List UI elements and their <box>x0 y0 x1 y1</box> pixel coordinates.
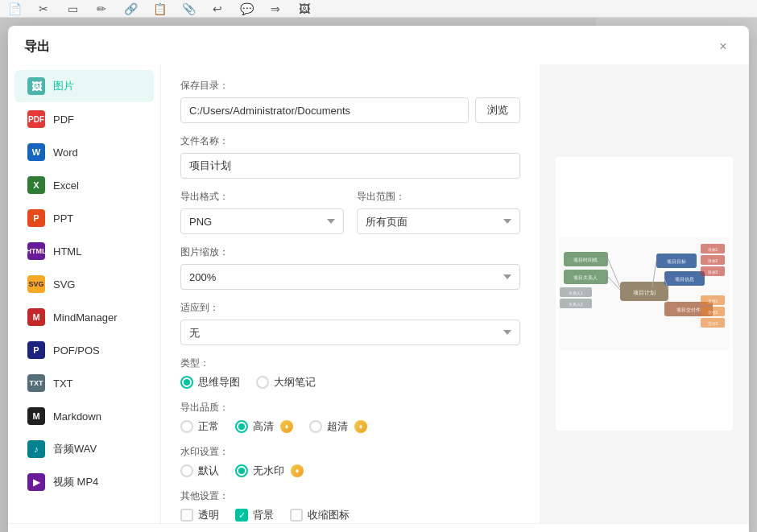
quality-hd-vip-badge: ♦ <box>280 420 293 433</box>
watermark-none-option[interactable]: 无水印 ♦ <box>235 464 304 478</box>
other-label: 其他设置： <box>180 489 520 503</box>
quality-hd-option[interactable]: 高清 ♦ <box>235 419 293 434</box>
sidebar-item-markdown[interactable]: M Markdown <box>14 400 154 432</box>
format-select[interactable]: PNG JPG BMP GIF <box>180 208 344 234</box>
save-dir-row: 保存目录： 浏览 <box>180 79 520 123</box>
sidebar-item-pof[interactable]: P POF/POS <box>14 334 154 366</box>
watermark-default-radio[interactable] <box>180 464 193 477</box>
toolbar-icon-4[interactable]: ✏ <box>93 1 110 17</box>
sidebar-item-audio[interactable]: ♪ 音频WAV <box>14 433 154 465</box>
type-radio-group: 思维导图 大纲笔记 <box>180 375 520 390</box>
type-mindmap-option[interactable]: 思维导图 <box>180 375 240 390</box>
toolbar-icon-8[interactable]: ↩ <box>209 1 225 17</box>
svg-text:关系人1: 关系人1 <box>569 291 583 295</box>
sidebar-item-image[interactable]: 🖼 图片 <box>14 70 154 102</box>
sidebar-item-video[interactable]: ▶ 视频 MP4 <box>14 466 154 498</box>
watermark-none-label: 无水印 <box>253 464 284 478</box>
other-shrink-checkbox[interactable] <box>290 509 303 522</box>
svg-text:项目目标: 项目目标 <box>667 259 686 264</box>
type-mindmap-radio[interactable] <box>180 376 193 389</box>
toolbar-icon-6[interactable]: 📋 <box>151 1 168 17</box>
other-background-checkbox[interactable] <box>235 509 248 522</box>
sidebar-item-word[interactable]: W Word <box>14 136 154 168</box>
sidebar-item-txt[interactable]: TXT TXT <box>14 367 154 399</box>
word-icon: W <box>27 143 45 161</box>
browse-button[interactable]: 浏览 <box>475 97 520 123</box>
type-label: 类型： <box>180 357 520 370</box>
format-range-row: 导出格式： PNG JPG BMP GIF 导出范围： 所有页面 当前页面 <box>180 190 520 234</box>
sidebar-item-svg[interactable]: SVG SVG <box>14 268 154 300</box>
other-transparent-checkbox[interactable] <box>180 509 193 522</box>
quality-uhd-radio[interactable] <box>309 420 322 433</box>
quality-normal-option[interactable]: 正常 <box>180 419 219 434</box>
quality-row: 导出品质： 正常 高清 ♦ 超清 <box>180 401 520 434</box>
filename-label: 文件名称： <box>180 134 520 148</box>
toolbar-icon-7[interactable]: 📎 <box>180 1 196 17</box>
sidebar-item-pdf[interactable]: PDF PDF <box>14 103 154 135</box>
toolbar-icon-9[interactable]: 💬 <box>238 1 254 17</box>
sidebar-item-excel[interactable]: X Excel <box>14 169 154 201</box>
other-checkbox-group: 透明 背景 收缩图标 <box>180 508 520 522</box>
type-mindmap-label: 思维导图 <box>198 375 240 390</box>
svg-text:项目交付件: 项目交付件 <box>676 307 701 312</box>
svg-text:交付3: 交付3 <box>708 321 718 326</box>
sidebar-item-ppt[interactable]: P PPT <box>14 202 154 234</box>
toolbar-icon-1[interactable]: 📄 <box>6 1 23 17</box>
quality-uhd-vip-badge: ♦ <box>354 420 367 433</box>
html-icon: HTML <box>27 242 45 260</box>
toolbar-icon-5[interactable]: 🔗 <box>122 1 139 17</box>
range-select[interactable]: 所有页面 当前页面 <box>357 208 520 234</box>
watermark-default-label: 默认 <box>198 464 219 478</box>
other-background-option[interactable]: 背景 <box>235 508 274 522</box>
type-outline-option[interactable]: 大纲笔记 <box>256 375 316 390</box>
toolbar-icon-2[interactable]: ✂ <box>35 1 52 17</box>
sidebar-item-audio-label: 音频WAV <box>53 442 97 456</box>
preview-panel: 项目计划 项目目标 项目信息 项目交付件 <box>540 64 749 523</box>
sidebar-item-mindmanager[interactable]: M MindManager <box>14 301 154 333</box>
range-label: 导出范围： <box>357 190 520 204</box>
other-row: 其他设置： 透明 背景 收缩图标 <box>180 489 520 522</box>
svg-text:项目计划: 项目计划 <box>633 290 656 295</box>
quality-uhd-label: 超清 <box>327 419 348 434</box>
type-outline-radio[interactable] <box>256 376 269 389</box>
sidebar-item-image-label: 图片 <box>53 79 74 93</box>
quality-uhd-option[interactable]: 超清 ♦ <box>309 419 367 434</box>
quality-label: 导出品质： <box>180 401 520 414</box>
save-dir-input[interactable] <box>180 97 469 123</box>
close-button[interactable]: × <box>714 37 733 56</box>
quality-hd-label: 高清 <box>253 419 274 434</box>
ppt-icon: P <box>27 209 45 227</box>
pof-icon: P <box>27 341 45 359</box>
svg-text:交付1: 交付1 <box>708 299 718 303</box>
filename-row: 文件名称： <box>180 134 520 179</box>
preview-mindmap-svg: 项目计划 项目目标 项目信息 项目交付件 <box>560 237 729 350</box>
svg-text:目标1: 目标1 <box>708 247 718 252</box>
svg-icon: SVG <box>27 275 45 293</box>
other-shrink-label: 收缩图标 <box>308 508 350 522</box>
toolbar-icon-3[interactable]: ▭ <box>64 1 81 17</box>
quality-normal-radio[interactable] <box>180 420 193 433</box>
quality-hd-radio[interactable] <box>235 420 248 433</box>
excel-icon: X <box>27 176 45 194</box>
watermark-none-radio[interactable] <box>235 464 248 477</box>
scale-select[interactable]: 50% 100% 150% 200% 300% <box>180 264 520 290</box>
adapt-select[interactable]: 无 A4 A3 <box>180 320 520 345</box>
sidebar-item-html[interactable]: HTML HTML <box>14 235 154 267</box>
svg-text:目标3: 目标3 <box>708 270 718 274</box>
quality-normal-label: 正常 <box>198 419 219 434</box>
toolbar-icon-11[interactable]: 🖼 <box>296 1 312 17</box>
image-icon: 🖼 <box>27 77 45 95</box>
save-dir-label: 保存目录： <box>180 79 520 93</box>
sidebar-item-pof-label: POF/POS <box>53 344 100 357</box>
watermark-default-option[interactable]: 默认 <box>180 464 219 478</box>
format-sidebar: 🖼 图片 PDF PDF W Word X Excel P PPT <box>8 64 161 523</box>
filename-input[interactable] <box>180 153 520 179</box>
toolbar-icon-10[interactable]: ⇒ <box>267 1 283 17</box>
dialog-body: 🖼 图片 PDF PDF W Word X Excel P PPT <box>8 64 749 523</box>
other-shrink-option[interactable]: 收缩图标 <box>290 508 350 522</box>
watermark-label: 水印设置： <box>180 445 520 459</box>
svg-text:交付2: 交付2 <box>708 310 718 315</box>
audio-icon: ♪ <box>27 440 45 458</box>
other-transparent-option[interactable]: 透明 <box>180 508 219 522</box>
other-background-label: 背景 <box>253 508 274 522</box>
